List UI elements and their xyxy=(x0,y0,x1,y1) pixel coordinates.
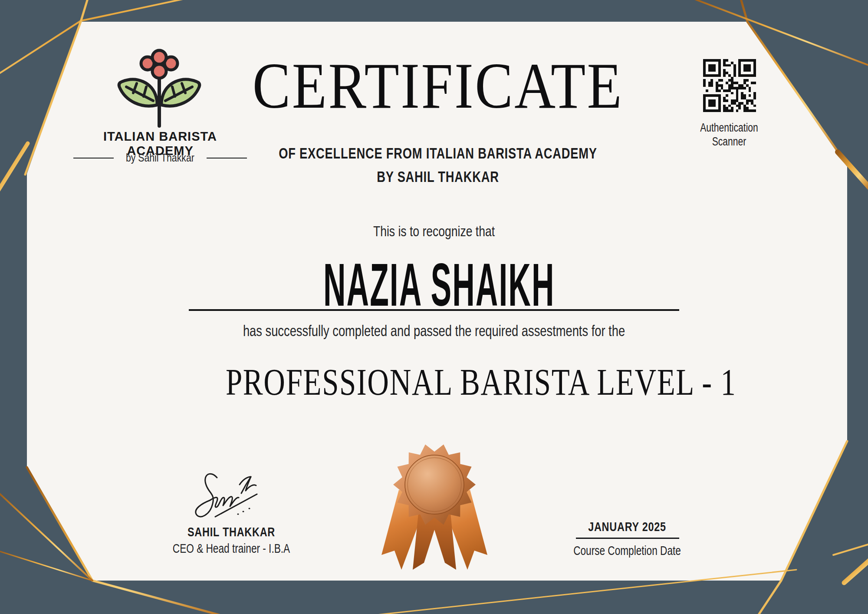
byline-right-rule xyxy=(207,158,247,158)
completion-date-rule xyxy=(576,538,679,539)
qr-caption-line2: Scanner xyxy=(695,135,763,149)
completion-text: has successfully completed and passed th… xyxy=(231,322,637,340)
coffee-plant-logo-icon xyxy=(114,49,205,129)
certificate-subtitle-line1: OF EXCELLENCE FROM ITALIAN BARISTA ACADE… xyxy=(269,145,607,162)
qr-caption-line1: Authentication xyxy=(695,121,763,135)
certificate-page: ITALIAN BARISTA ACADEMY by Sahil Thakkar… xyxy=(0,0,868,614)
recipient-name-underline xyxy=(189,309,679,311)
certificate-subtitle-line2: BY SAHIL THAKKAR xyxy=(269,168,607,185)
signature-icon xyxy=(191,468,278,525)
byline-text: by Sahil Thakkar xyxy=(126,152,194,164)
bronze-medal-icon xyxy=(377,441,492,577)
signer-role: CEO & Head trainer - I.B.A xyxy=(164,541,299,556)
recognize-text: This is to recognize that xyxy=(265,223,603,240)
course-title: PROFESSIONAL BARISTA LEVEL - 1 xyxy=(226,360,642,404)
completion-date-label: Course Completion Date xyxy=(559,544,695,558)
certificate-title: CERTIFICATE xyxy=(248,48,628,123)
completion-date: JANUARY 2025 xyxy=(559,519,695,534)
logo-byline: by Sahil Thakkar xyxy=(73,152,247,164)
signer-name: SAHIL THAKKAR xyxy=(164,525,299,539)
qr-code xyxy=(703,59,756,112)
byline-left-rule xyxy=(73,158,114,158)
